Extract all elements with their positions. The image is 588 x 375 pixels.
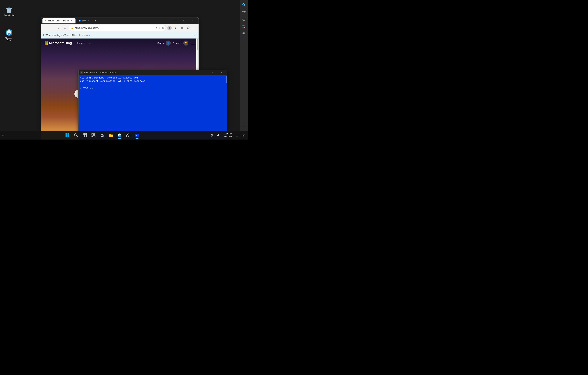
cmd-titlebar: ▶ Administrator: Command Prompt — □ ✕	[79, 70, 227, 75]
cmd-scrollbar[interactable]	[225, 75, 227, 140]
notification-bar: ℹ We're updating our Terms of Use. Learn…	[41, 32, 199, 39]
cmd-window: ▶ Administrator: Command Prompt — □ ✕ Mi…	[78, 70, 227, 140]
sidebar-search-button[interactable]	[241, 1, 247, 8]
address-fav-icon: ☆	[159, 27, 161, 29]
cmd-close-button[interactable]: ✕	[217, 70, 226, 75]
tab1-label: TestVM - Microsoft Azure	[47, 20, 69, 22]
tab2-label: Bing	[82, 20, 86, 22]
desktop: Recycle Bin Microsoft Edge	[0, 0, 248, 140]
svg-rect-74	[236, 134, 238, 136]
rewards-button[interactable]: Rewards 🏆	[173, 41, 188, 46]
edge-image	[5, 29, 13, 36]
svg-rect-1	[6, 8, 12, 9]
search-taskbar-button[interactable]	[72, 131, 80, 139]
tab2-close[interactable]: ✕	[87, 19, 90, 22]
svg-rect-61	[92, 135, 92, 137]
tab1-close[interactable]: ✕	[70, 19, 73, 22]
svg-rect-41	[244, 25, 245, 26]
taskbar-center: T	[0, 131, 204, 139]
tab-bing[interactable]: B Bing ✕	[76, 18, 92, 23]
sign-in-button[interactable]: Sign in 👤	[157, 41, 171, 46]
recycle-bin-icon[interactable]: Recycle Bin	[2, 5, 16, 17]
bing-header: Microsoft Bing Images ··· Sign in 👤 Rewa…	[41, 39, 199, 48]
svg-rect-42	[242, 27, 244, 28]
tab1-favicon: A	[45, 20, 46, 22]
microsoft-edge-icon[interactable]: Microsoft Edge	[2, 28, 16, 42]
bing-menu-button[interactable]	[190, 41, 195, 45]
edge-sidebar	[240, 0, 248, 131]
refresh-button[interactable]: ↻	[55, 25, 61, 31]
svg-rect-2	[8, 8, 10, 8]
system-tray-overflow[interactable]: ^	[204, 133, 208, 137]
svg-rect-40	[242, 25, 244, 26]
rewards-icon: 🏆	[183, 41, 188, 46]
bing-logo-text: Microsoft Bing	[49, 41, 72, 45]
forward-button[interactable]: →	[49, 25, 55, 31]
home-button[interactable]: ⌂	[62, 25, 68, 31]
svg-line-53	[77, 136, 78, 137]
svg-rect-69	[127, 135, 129, 136]
svg-marker-73	[217, 134, 219, 136]
file-explorer-button[interactable]	[107, 131, 115, 139]
sidebar-history-button[interactable]	[241, 16, 247, 22]
notif-text: We're updating our Terms of Use.	[46, 34, 78, 36]
cmd-line-2: (c) Microsoft Corporation. All rights re…	[80, 80, 226, 83]
bing-nav-more[interactable]: ···	[89, 42, 91, 44]
svg-point-52	[74, 133, 77, 136]
notif-close-button[interactable]: ✕	[193, 33, 196, 37]
lock-icon: 🔒	[71, 27, 74, 29]
widgets-button[interactable]	[89, 131, 97, 139]
taskbar-settings-button[interactable]	[241, 133, 246, 137]
address-text: https://www.bing.com/#	[75, 27, 154, 29]
address-share-icon: ⧉	[162, 27, 164, 29]
address-bar[interactable]: 🔒 https://www.bing.com/# ★ ☆ ⧉	[69, 25, 166, 31]
svg-rect-56	[83, 135, 84, 137]
collections-button[interactable]: ⧉	[179, 25, 185, 31]
svg-rect-43	[244, 27, 245, 28]
recycle-bin-label: Recycle Bin	[4, 14, 14, 16]
sidebar-office-button[interactable]	[241, 23, 247, 30]
notif-learn-more-link[interactable]: Learn more	[79, 34, 90, 36]
chat-button[interactable]: T	[98, 131, 106, 139]
rewards-label: Rewards	[173, 42, 182, 44]
browser-close-button[interactable]: ✕	[189, 17, 197, 24]
terminal-button[interactable]	[133, 131, 141, 139]
cmd-maximize-button[interactable]: □	[209, 70, 217, 75]
clock-time: 11:06 PM	[223, 132, 232, 135]
address-star-icon: ★	[155, 27, 158, 29]
task-view-button[interactable]	[81, 131, 89, 139]
start-button[interactable]	[63, 131, 71, 139]
cmd-minimize-button[interactable]: —	[200, 70, 209, 75]
sign-in-avatar: 👤	[166, 41, 171, 46]
bing-nav: Images ···	[77, 42, 91, 44]
taskbar-overflow-button[interactable]: ≫	[0, 133, 5, 137]
bing-nav-images[interactable]: Images	[77, 42, 85, 44]
svg-rect-58	[92, 133, 94, 135]
svg-rect-62	[93, 135, 95, 137]
tab-testvm-azure[interactable]: A TestVM - Microsoft Azure ✕	[42, 18, 75, 23]
favorites-button[interactable]: ★	[173, 25, 178, 31]
browser-maximize-button[interactable]: □	[180, 17, 188, 24]
edge-taskbar-button[interactable]	[116, 131, 124, 139]
sidebar-favorites-button[interactable]	[241, 9, 247, 15]
profile-button[interactable]: 👤	[167, 25, 172, 31]
back-button[interactable]: ←	[42, 25, 48, 31]
taskbar: ≫	[0, 131, 248, 140]
network-icon[interactable]	[209, 133, 215, 137]
clock-date: 8/5/2022	[223, 135, 232, 138]
browser-minimize-button[interactable]: —	[171, 17, 180, 24]
recycle-bin-image	[5, 6, 13, 13]
browser-win-controls: — □ ✕	[171, 17, 197, 24]
sidebar-add-button[interactable]	[241, 123, 247, 129]
sidebar-extensions-button[interactable]	[241, 31, 247, 37]
new-tab-button[interactable]: +	[93, 18, 98, 23]
svg-rect-51	[67, 135, 69, 137]
volume-icon[interactable]	[215, 133, 221, 137]
extensions-button[interactable]	[185, 25, 191, 31]
taskbar-tray: ^ 11:06 PM 8/5/2022	[204, 132, 248, 138]
more-button[interactable]: ···	[191, 25, 197, 31]
system-clock[interactable]: 11:06 PM 8/5/2022	[222, 132, 233, 138]
notifications-button[interactable]	[234, 133, 240, 137]
store-button[interactable]	[124, 131, 132, 139]
bing-header-right: Sign in 👤 Rewards 🏆	[157, 41, 195, 46]
